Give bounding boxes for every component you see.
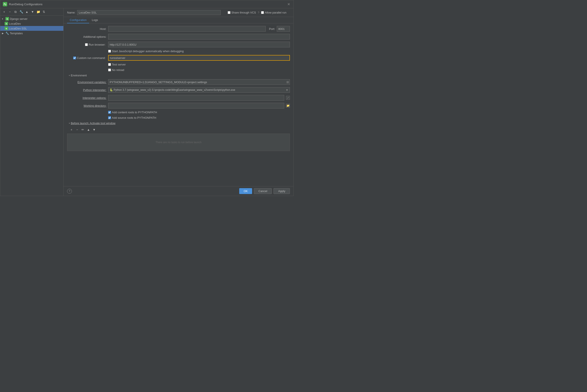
copy-config-button[interactable]: ⧉ [13,9,18,14]
left-toolbar: + − ⧉ 🔧 ▲ ▼ 📁 ⇅ [0,8,63,16]
share-vcs-checkbox[interactable] [228,11,230,14]
move-down-button[interactable]: ▼ [30,9,35,14]
run-browser-input[interactable] [108,42,290,47]
allow-parallel-checkbox[interactable] [261,11,264,14]
app-icon: Py [3,2,7,6]
tree-item-label: LocalDev SSL [9,27,27,30]
additional-options-row: Additional options: [67,34,290,40]
cancel-button[interactable]: Cancel [254,188,272,194]
apply-button[interactable]: Apply [273,188,290,194]
remove-config-button[interactable]: − [7,9,13,14]
env-variables-row: Environment variables: ⊞ [67,79,290,85]
port-label: Port: [269,27,275,30]
js-debugger-checkbox-label[interactable]: Start JavaScript debugger automatically … [108,50,184,53]
tree-item-django-server[interactable]: ▾ dj Django server [0,16,63,21]
add-content-roots-checkbox[interactable] [108,111,111,114]
interpreter-arrow-icon: ▼ [285,88,288,92]
js-debugger-checkbox[interactable] [108,50,111,52]
move-up-button[interactable]: ▲ [24,9,30,14]
custom-run-command-input[interactable] [108,55,290,61]
interpreter-options-input[interactable] [108,95,284,100]
no-reload-checkbox[interactable] [108,68,111,71]
host-input[interactable] [108,26,266,32]
host-row: Host: Port: [67,26,290,32]
tab-configuration[interactable]: Configuration [67,17,89,23]
custom-run-command-checkbox[interactable] [73,56,76,59]
help-button[interactable]: ? [67,189,72,194]
env-input-wrapper: ⊞ [108,79,290,85]
tab-logs[interactable]: Logs [89,17,101,23]
before-launch-toolbar: + − ✏ ▲ ▼ [69,127,290,132]
environment-section-header: ▾ Environment [69,74,290,77]
django-icon: dj [6,17,9,20]
add-source-roots-checkbox-label[interactable]: Add source roots to PYTHONPATH [108,116,156,120]
custom-run-command-label: Custom run command: [77,56,106,60]
env-variables-label: Environment variables: [67,80,106,84]
add-source-roots-label: Add source roots to PYTHONPATH [112,116,156,120]
folder-icon-button[interactable]: 📁 [286,104,290,108]
section-chevron-icon[interactable]: ▾ [69,74,70,76]
dialog-title: Run/Debug Configurations [9,2,42,6]
name-input[interactable] [77,10,221,15]
additional-options-label: Additional options: [67,35,106,38]
run-browser-checkbox-label[interactable]: Run browser: [85,43,106,46]
before-launch-add-button[interactable]: + [69,127,74,132]
python-interpreter-row: Python interpreter: 🐍 Python 3.7 (wingea… [67,87,290,93]
add-content-roots-checkbox-label[interactable]: Add content roots to PYTHONPATH [108,111,157,114]
tree-item-label: Templates [10,32,23,35]
share-vcs-checkbox-label[interactable]: Share through VCS [228,11,256,14]
tree-item-localdev[interactable]: dj LocalDev [0,21,63,26]
working-directory-row: Working directory: 📁 [67,103,290,108]
before-launch-remove-button[interactable]: − [75,127,80,132]
no-reload-row: No reload [108,68,290,72]
django-icon: dj [5,27,8,30]
folder-button[interactable]: 📁 [36,9,41,14]
js-debugger-row: Start JavaScript debugger automatically … [108,50,290,53]
before-launch-edit-button[interactable]: ✏ [80,127,85,132]
ok-button[interactable]: OK [239,188,252,194]
allow-parallel-checkbox-label[interactable]: Allow parallel run [261,11,286,14]
python-interpreter-select[interactable]: 🐍 Python 3.7 (wingease_www_v2) S:\projec… [108,87,290,93]
run-browser-checkbox[interactable] [85,43,88,46]
tree-item-label: LocalDev [9,22,21,25]
interpreter-options-label: Interpreter options: [67,96,106,100]
settings-button[interactable]: 🔧 [19,9,24,14]
before-launch-up-button[interactable]: ▲ [86,127,91,132]
sort-button[interactable]: ⇅ [41,9,47,14]
bottom-bar: ? OK Cancel Apply [64,186,294,196]
env-edit-icon[interactable]: ⊞ [286,80,289,84]
wrench-icon: 🔧 [6,32,9,35]
custom-run-command-checkbox-label[interactable]: Custom run command: [73,56,106,60]
no-reload-checkbox-label[interactable]: No reload [108,68,124,72]
help-icon[interactable]: ? [258,11,259,14]
port-input[interactable] [277,26,290,32]
add-config-button[interactable]: + [2,9,7,14]
additional-options-input[interactable] [108,34,290,40]
expand-icon[interactable]: ⤢ [286,96,290,100]
chevron-right-icon: ▶ [2,32,5,34]
custom-run-command-row: Custom run command: [67,55,290,61]
test-server-checkbox[interactable] [108,63,111,66]
title-bar-left: Py Run/Debug Configurations [3,2,42,6]
allow-parallel-label: Allow parallel run [265,11,286,14]
close-button[interactable]: ✕ [286,2,291,6]
share-vcs-label: Share through VCS [231,11,256,14]
main-content: + − ⧉ 🔧 ▲ ▼ 📁 ⇅ ▾ dj Django server dj [0,8,294,196]
tree-item-label: Django server [10,17,28,20]
run-debug-dialog: Py Run/Debug Configurations ✕ + − ⧉ 🔧 ▲ … [0,0,294,196]
env-variables-input[interactable] [108,79,290,85]
working-directory-input[interactable] [108,103,284,108]
working-directory-label: Working directory: [67,104,106,108]
add-source-roots-row: Add source roots to PYTHONPATH [108,116,290,120]
right-panel: Name: Share through VCS ? Allow parallel… [64,8,294,196]
before-launch-chevron-icon[interactable]: ▾ [69,122,70,124]
form-area: Host: Port: Additional options: Run br [64,23,294,186]
before-launch-empty-area: There are no tasks to run before launch [67,134,290,151]
tree-item-localdev-ssl[interactable]: dj LocalDev SSL [0,26,63,31]
before-launch-down-button[interactable]: ▼ [92,127,97,132]
add-source-roots-checkbox[interactable] [108,116,111,119]
add-content-roots-label: Add content roots to PYTHONPATH [112,111,157,114]
test-server-checkbox-label[interactable]: Test server [108,63,126,66]
tree-item-templates[interactable]: ▶ 🔧 Templates [0,31,63,36]
tabs: Configuration Logs [64,17,294,23]
